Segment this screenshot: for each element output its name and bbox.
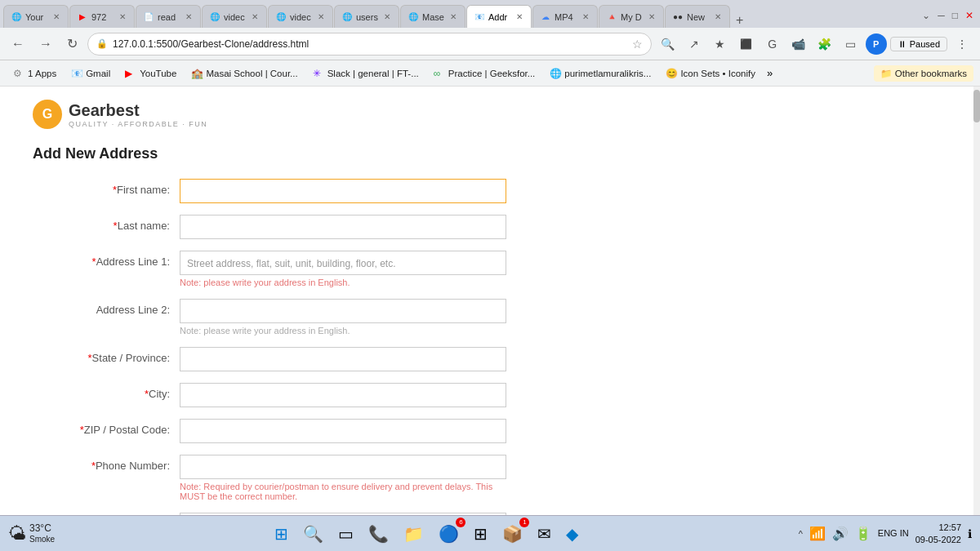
bookmark-label: Slack | general | FT-... — [327, 69, 419, 78]
screenshot-btn[interactable]: ⬛ — [735, 33, 758, 56]
input-state[interactable] — [180, 347, 506, 371]
tab-t8[interactable]: 📧 Addr ✕ — [466, 5, 532, 28]
form-row-first_name: *First name: — [33, 179, 702, 203]
tab-favicon: 🔺 — [606, 11, 617, 23]
bookmark-item[interactable]: ∞Practice | Geeksfor... — [427, 65, 542, 82]
form-row-address_line2: Address Line 2:Note: please write your a… — [33, 299, 702, 335]
notification-icon[interactable]: ℹ — [968, 527, 972, 540]
other-bookmarks[interactable]: 📁 Other bookmarks — [874, 65, 973, 82]
teams-taskbar-btn[interactable]: 📞 — [365, 521, 392, 547]
bookmark-item[interactable]: 🏫Masai School | Cour... — [185, 65, 304, 82]
tab-close-btn[interactable]: ✕ — [51, 11, 61, 22]
address-bar[interactable]: 🔒 127.0.0.1:5500/Gearbest-Clone/address.… — [87, 33, 652, 56]
tab-t10[interactable]: 🔺 My D ✕ — [599, 5, 664, 28]
split-btn[interactable]: ▭ — [840, 33, 862, 56]
input-city[interactable] — [180, 383, 506, 407]
bookmark-item[interactable]: 😊Icon Sets • Iconify — [659, 65, 762, 82]
bookmark-item[interactable]: 📧Gmail — [65, 65, 117, 82]
bookmark-favicon: ⚙ — [13, 68, 24, 79]
tab-t5[interactable]: 🌐 videc ✕ — [268, 5, 333, 28]
tab-close-btn[interactable]: ✕ — [250, 11, 260, 22]
forward-btn[interactable]: → — [34, 33, 57, 55]
label-email: *E-mail Address: — [33, 513, 180, 515]
tab-close-btn[interactable]: ✕ — [581, 11, 590, 22]
tab-close-btn[interactable]: ✕ — [647, 11, 657, 22]
bookmark-label: 1 Apps — [28, 69, 56, 78]
tab-close-btn[interactable]: ✕ — [382, 11, 392, 22]
bookmark-item[interactable]: ✳Slack | general | FT-... — [306, 65, 425, 82]
mail-taskbar-btn[interactable]: ✉ — [534, 521, 555, 547]
form-title: Add New Address — [33, 145, 702, 162]
tab-close-window-btn[interactable]: ✕ — [962, 10, 977, 21]
tab-favicon: 📄 — [143, 11, 154, 23]
input-address_line2[interactable] — [180, 299, 506, 323]
input-first_name[interactable] — [180, 179, 506, 203]
tab-t1[interactable]: 🌐 Your ✕ — [3, 5, 69, 28]
menu-btn[interactable]: ⋮ — [951, 33, 973, 56]
bookmark-item[interactable]: ▶YouTube — [118, 65, 183, 82]
puzzle-btn[interactable]: 🧩 — [813, 33, 836, 56]
input-address_line1[interactable] — [180, 251, 506, 275]
search-taskbar-btn[interactable]: 🔍 — [300, 521, 327, 547]
tab-close-btn[interactable]: ✕ — [184, 11, 194, 22]
paused-icon: ⏸ — [898, 39, 906, 49]
bookmark-label: Icon Sets • Iconify — [680, 69, 755, 78]
tab-close-btn[interactable]: ✕ — [514, 11, 524, 22]
bookmark-btn[interactable]: ★ — [709, 33, 732, 56]
tab-minimize-btn[interactable]: ─ — [934, 10, 948, 21]
form-row-last_name: *Last name: — [33, 215, 702, 239]
start-btn[interactable]: ⊞ — [271, 521, 292, 547]
search-toolbar-btn[interactable]: 🔍 — [657, 33, 679, 56]
sys-datetime: 12:57 09-05-2022 — [915, 522, 961, 545]
meet-btn[interactable]: 📹 — [787, 33, 810, 56]
explorer-taskbar-btn[interactable]: 📁 — [400, 521, 427, 547]
profile-btn[interactable]: P — [866, 33, 887, 55]
scrollbar-thumb[interactable] — [973, 90, 980, 122]
logo-tagline: QUALITY · AFFORDABLE · FUN — [69, 120, 207, 129]
required-star: * — [113, 184, 117, 196]
reload-btn[interactable]: ↻ — [62, 33, 82, 55]
label-phone: *Phone Number: — [33, 455, 180, 472]
scrollbar-track[interactable] — [973, 87, 980, 515]
bookmark-item[interactable]: ⚙1 Apps — [7, 65, 63, 82]
tab-close-btn[interactable]: ✕ — [316, 11, 326, 22]
bookmarks-overflow-btn[interactable]: » — [764, 65, 776, 81]
input-phone[interactable] — [180, 455, 506, 479]
google-btn[interactable]: G — [761, 33, 784, 56]
tab-favicon: 📧 — [474, 11, 485, 23]
sys-time: 12:57 — [915, 522, 961, 533]
msstore-taskbar-btn[interactable]: ⊞ — [470, 521, 491, 547]
tab-t7[interactable]: 🌐 Mase ✕ — [400, 5, 466, 28]
weather-text: 33°C Smoke — [29, 523, 55, 543]
vscode-taskbar-btn[interactable]: ◆ — [563, 521, 581, 547]
input-email[interactable] — [180, 513, 506, 515]
taskview-btn[interactable]: ▭ — [335, 521, 357, 547]
share-btn[interactable]: ↗ — [683, 33, 706, 56]
star-icon[interactable]: ☆ — [632, 38, 643, 51]
toolbar-icons: 🔍 ↗ ★ ⬛ G 📹 🧩 ▭ P ⏸ Paused ⋮ — [657, 33, 973, 56]
back-btn[interactable]: ← — [7, 33, 29, 55]
bookmark-label: Practice | Geeksfor... — [448, 69, 536, 78]
tab-close-btn[interactable]: ✕ — [118, 11, 127, 22]
tab-close-btn[interactable]: ✕ — [448, 11, 458, 22]
input-last_name[interactable] — [180, 215, 506, 239]
chevron-up-icon[interactable]: ^ — [799, 529, 803, 539]
tab-t9[interactable]: ☁ MP4 ✕ — [532, 5, 598, 28]
tab-t11[interactable]: ●● New ✕ — [665, 5, 730, 28]
tab-restore-btn[interactable]: □ — [949, 10, 961, 21]
tab-t4[interactable]: 🌐 videc ✕ — [202, 5, 267, 28]
input-zip[interactable] — [180, 419, 506, 443]
form-row-email: *E-mail Address: — [33, 513, 702, 515]
paused-btn[interactable]: ⏸ Paused — [890, 37, 947, 51]
tab-close-btn[interactable]: ✕ — [713, 11, 723, 22]
tab-favicon: ▶ — [77, 11, 88, 23]
new-tab-btn[interactable]: + — [731, 13, 748, 28]
tab-favicon: ●● — [672, 11, 684, 23]
tab-t6[interactable]: 🌐 users ✕ — [334, 5, 399, 28]
tab-t3[interactable]: 📄 read ✕ — [136, 5, 201, 28]
label-state: *State / Province: — [33, 347, 180, 364]
form-row-city: *City: — [33, 383, 702, 407]
tab-overflow-btn[interactable]: ⌄ — [919, 10, 933, 21]
tab-t2[interactable]: ▶ 972 ✕ — [69, 5, 135, 28]
bookmark-item[interactable]: 🌐purimetlamuralikris... — [543, 65, 657, 82]
